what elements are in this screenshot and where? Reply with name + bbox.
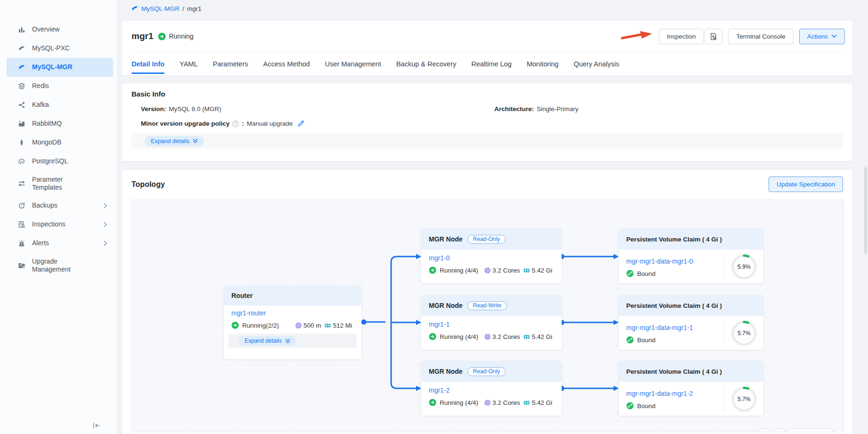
layers-icon xyxy=(18,82,25,90)
sidebar-item-mysql-pxc[interactable]: MySQL-PXC xyxy=(7,39,113,58)
canvas-zoom-out-button[interactable] xyxy=(760,429,770,432)
divider xyxy=(723,255,724,279)
terminal-console-button[interactable]: Terminal Console xyxy=(728,29,793,44)
pvc-status: Bound xyxy=(637,337,655,344)
sidebar-collapse-icon[interactable] xyxy=(92,422,103,430)
dolphin-icon xyxy=(131,5,139,12)
canvas-zoom-slider[interactable] xyxy=(787,429,834,432)
tab-monitoring[interactable]: Monitoring xyxy=(527,52,559,76)
divider xyxy=(723,321,724,346)
tab-parameters[interactable]: Parameters xyxy=(213,52,248,76)
breadcrumb-separator: / xyxy=(182,5,184,12)
leaf-icon xyxy=(18,139,25,146)
canvas-fit-button[interactable] xyxy=(835,429,844,432)
running-status-icon xyxy=(429,399,436,406)
node-type-label: MGR Node xyxy=(429,302,463,309)
bound-status-icon xyxy=(626,336,634,344)
chevron-right-icon xyxy=(103,222,107,227)
node-memory: 5.42 Gi xyxy=(532,267,552,274)
file-search-icon xyxy=(18,221,25,228)
canvas-zoom-in-button[interactable] xyxy=(774,429,785,432)
status-badge: Running xyxy=(158,32,193,40)
sidebar-item-backups[interactable]: Backups xyxy=(7,196,113,215)
node-memory: 5.42 Gi xyxy=(532,399,552,406)
router-cpu: 500 m xyxy=(303,322,321,329)
node-name-link[interactable]: mgr1-0 xyxy=(429,254,450,262)
cpu-icon xyxy=(484,399,491,406)
memory-icon xyxy=(523,399,530,406)
double-chevron-down-icon xyxy=(285,338,290,344)
topology-canvas[interactable]: Router mgr1-router Running(2/2) 500 m 51… xyxy=(131,200,844,432)
sidebar-item-redis[interactable]: Redis xyxy=(7,77,113,96)
node-cpu: 3.2 Cores xyxy=(492,399,520,406)
mgr-node-card-2: MGR Node Read-Only mgr1-2 Running (4/4) … xyxy=(421,361,562,416)
usage-donut: 5.7% xyxy=(730,386,758,413)
status-text: Running xyxy=(169,32,193,40)
edit-pencil-icon[interactable] xyxy=(297,120,304,127)
tab-realtime-log[interactable]: Realtime Log xyxy=(471,52,511,76)
update-specification-button[interactable]: Update Specification xyxy=(769,177,843,192)
expand-details-button[interactable]: Expand details xyxy=(145,136,204,146)
version-field: Version: MySQL 8.0 (MGR) xyxy=(141,105,494,113)
usage-percent: 5.9% xyxy=(730,253,758,281)
bound-status-icon xyxy=(626,402,634,410)
tab-query-analysis[interactable]: Query Analysis xyxy=(573,52,619,76)
sidebar-item-overview[interactable]: Overview xyxy=(7,20,113,39)
sidebar-item-mongodb[interactable]: MongoDB xyxy=(7,133,113,152)
memory-icon xyxy=(523,333,530,340)
router-expand-strip: Expand details xyxy=(229,334,357,348)
sidebar-item-kafka[interactable]: Kafka xyxy=(7,96,113,114)
page-scrollbar[interactable] xyxy=(864,167,867,254)
upgrade-policy-field: Minor version upgrade policy ? : Manual … xyxy=(141,120,494,127)
factory-icon xyxy=(18,120,25,128)
node-name-link[interactable]: mgr1-2 xyxy=(429,386,450,394)
sidebar-item-parameter-templates[interactable]: Parameter Templates xyxy=(7,171,113,196)
basic-info-title: Basic Info xyxy=(131,90,843,98)
node-status: Running (4/4) xyxy=(440,333,478,340)
pvc-name-link[interactable]: mgr-mgr1-data-mgr1-0 xyxy=(626,257,693,265)
double-chevron-down-icon xyxy=(193,138,198,144)
node-role-badge: Read-Only xyxy=(467,367,506,376)
mgr-node-card-1: MGR Node Read-Write mgr1-1 Running (4/4)… xyxy=(421,295,562,350)
nodes-icon xyxy=(18,101,25,109)
running-status-icon xyxy=(231,321,239,329)
pvc-type-label: Persistent Volume Claim ( 4 Gi ) xyxy=(626,236,722,243)
svg-text:?: ? xyxy=(235,121,237,126)
sidebar-item-mysql-mgr[interactable]: MySQL-MGR xyxy=(7,58,113,77)
router-expand-details-button[interactable]: Expand details xyxy=(239,336,296,346)
tab-yaml[interactable]: YAML xyxy=(180,52,197,76)
folder-gear-icon xyxy=(18,262,25,269)
pvc-name-link[interactable]: mgr-mgr1-data-mgr1-1 xyxy=(626,324,693,331)
annotation-arrow xyxy=(621,30,653,42)
inspection-report-button[interactable] xyxy=(704,29,722,44)
dolphin-icon xyxy=(18,64,25,71)
tab-user-management[interactable]: User Management xyxy=(325,52,381,76)
divider xyxy=(723,387,724,411)
node-name-link[interactable]: mgr1-1 xyxy=(429,321,450,328)
sidebar-item-postgresql[interactable]: PostgreSQL xyxy=(7,152,113,171)
sidebar-item-alerts[interactable]: Alerts xyxy=(7,234,113,253)
sliders-icon xyxy=(18,180,25,187)
router-name-link[interactable]: mgr1-router xyxy=(231,309,266,317)
usage-donut: 5.7% xyxy=(730,320,758,347)
router-type-label: Router xyxy=(231,292,253,299)
mgr-node-card-0: MGR Node Read-Only mgr1-0 Running (4/4) … xyxy=(421,229,562,283)
inspection-button[interactable]: Inspection xyxy=(659,29,704,44)
pvc-name-link[interactable]: mgr-mgr1-data-mgr1-2 xyxy=(626,390,693,397)
bound-status-icon xyxy=(626,270,634,277)
restore-icon xyxy=(18,202,25,209)
tab-detail-info[interactable]: Detail Info xyxy=(131,52,164,76)
chevron-down-icon xyxy=(831,34,837,38)
sidebar-item-rabbitmq[interactable]: RabbitMQ xyxy=(7,114,113,133)
help-icon[interactable]: ? xyxy=(232,121,239,127)
tab-backup-recovery[interactable]: Backup & Recovery xyxy=(396,52,456,76)
sidebar-item-inspections[interactable]: Inspections xyxy=(7,215,113,234)
breadcrumb-parent-link[interactable]: MySQL-MGR xyxy=(141,5,180,12)
dolphin-icon xyxy=(18,45,25,52)
breadcrumb-current: mgr1 xyxy=(187,5,202,12)
running-status-icon xyxy=(429,333,436,340)
pvc-card-0: Persistent Volume Claim ( 4 Gi ) mgr-mgr… xyxy=(619,229,763,283)
tab-access-method[interactable]: Access Method xyxy=(263,52,310,76)
sidebar-item-upgrade-management[interactable]: Upgrade Management xyxy=(7,253,113,278)
actions-button[interactable]: Actions xyxy=(799,29,845,44)
